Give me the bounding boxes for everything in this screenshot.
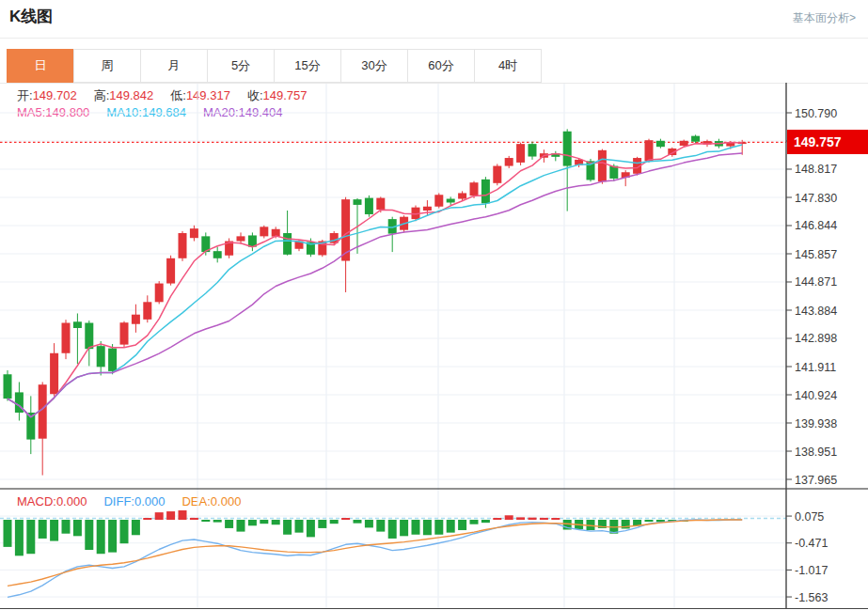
macd-hist-bar — [260, 520, 268, 524]
tab-4时[interactable]: 4时 — [474, 49, 542, 83]
macd-hist-bar — [201, 520, 210, 522]
macd-hist-bar — [481, 520, 490, 523]
price-axis-label: 140.924 — [795, 389, 837, 402]
kline-svg[interactable]: 150.790148.817147.830146.844145.857144.8… — [0, 83, 868, 610]
macd-hist-bar — [551, 518, 560, 520]
macd-hist-bar — [73, 520, 82, 536]
price-axis-label: 146.844 — [795, 219, 837, 232]
fundamental-analysis-link[interactable]: 基本面分析> — [793, 10, 856, 26]
macd-hist-bar — [108, 520, 117, 553]
price-axis-label: 144.871 — [795, 275, 837, 289]
macd-hist-bar — [470, 520, 479, 524]
macd-hist-bar — [388, 520, 397, 539]
candle-up — [260, 227, 268, 236]
candle-down — [108, 349, 117, 371]
macd-hist-bar — [15, 520, 24, 555]
macd-hist-bar — [505, 515, 513, 520]
macd-hist-bar — [412, 520, 420, 535]
ma5-line — [8, 143, 742, 417]
macd-hist-bar — [341, 518, 350, 520]
tab-日[interactable]: 日 — [7, 49, 74, 83]
macd-axis-label: -0.471 — [795, 537, 828, 550]
tab-15分[interactable]: 15分 — [274, 49, 341, 83]
candle-up — [470, 182, 479, 196]
tab-月[interactable]: 月 — [140, 49, 208, 83]
macd-axis-label: -1.563 — [795, 591, 828, 604]
candle-down — [447, 199, 455, 203]
macd-hist-bar — [225, 520, 233, 528]
price-axis-label: 137.965 — [795, 474, 837, 487]
macd-hist-bar — [155, 512, 164, 520]
macd-axis-label: -1.017 — [795, 564, 828, 577]
page-title: K线图 — [9, 6, 53, 27]
macd-hist-bar — [39, 520, 47, 539]
price-axis-label: 138.951 — [795, 446, 837, 459]
macd-hist-bar — [516, 517, 525, 520]
candle-up — [190, 228, 198, 238]
macd-axis-label: 0.075 — [795, 510, 824, 524]
tab-60分[interactable]: 60分 — [407, 49, 475, 83]
price-axis-label: 142.898 — [795, 332, 837, 345]
macd-hist-bar — [295, 520, 304, 533]
candle-up — [680, 141, 688, 146]
candle-up — [645, 140, 654, 161]
macd-hist-bar — [376, 520, 385, 532]
ma10-line — [8, 145, 742, 417]
macd-hist-bar — [50, 520, 58, 541]
candle-up — [493, 166, 501, 183]
candle-down — [213, 251, 222, 258]
current-price-marker: 149.757 — [787, 130, 868, 154]
macd-hist-bar — [493, 518, 501, 520]
candle-up — [376, 198, 385, 210]
candle-up — [505, 158, 513, 166]
candle-down — [15, 392, 24, 413]
kline-chart[interactable]: 150.790148.817147.830146.844145.857144.8… — [0, 83, 868, 610]
price-axis-label: 150.790 — [795, 107, 837, 120]
macd-hist-bar — [213, 520, 222, 523]
candle-down — [85, 323, 93, 350]
macd-hist-bar — [529, 518, 537, 520]
macd-hist-bar — [307, 520, 315, 537]
macd-hist-bar — [26, 520, 35, 554]
macd-hist-bar — [365, 520, 373, 527]
candle-down — [691, 136, 700, 142]
macd-hist-bar — [248, 520, 257, 525]
candle-up — [423, 207, 432, 211]
macd-hist-bar — [272, 520, 280, 524]
macd-hist-bar — [423, 520, 432, 535]
candle-down — [656, 141, 665, 147]
macd-hist-bar — [166, 511, 175, 520]
candle-down — [365, 198, 373, 214]
macd-hist-bar — [434, 520, 443, 535]
candle-up — [155, 284, 164, 303]
macd-hist-bar — [237, 520, 245, 532]
header-divider — [0, 38, 868, 39]
macd-hist-bar — [330, 520, 339, 524]
macd-hist-bar — [97, 520, 105, 554]
macd-hist-bar — [540, 518, 548, 520]
macd-hist-bar — [318, 520, 326, 528]
ma20-line — [8, 153, 742, 417]
candle-up — [166, 258, 175, 284]
candle-down — [73, 321, 82, 328]
price-axis-label: 145.857 — [795, 248, 837, 261]
price-axis-label: 148.817 — [795, 163, 837, 176]
candle-down — [481, 180, 490, 204]
candle-down — [529, 144, 537, 156]
tab-5分[interactable]: 5分 — [207, 49, 275, 83]
macd-hist-bar — [62, 520, 71, 534]
price-axis-label: 139.938 — [795, 417, 837, 430]
macd-hist-bar — [190, 518, 198, 520]
macd-hist-bar — [283, 520, 292, 535]
candle-up — [516, 144, 525, 163]
tab-30分[interactable]: 30分 — [340, 49, 408, 83]
candle-up — [458, 193, 466, 198]
tab-周[interactable]: 周 — [73, 49, 141, 83]
candle-down — [354, 199, 362, 205]
candle-up — [132, 315, 140, 324]
candle-down — [4, 374, 12, 399]
candle-down — [563, 132, 572, 166]
kline-page: K线图 基本面分析> 日周月5分15分30分60分4时 开:149.702高:1… — [0, 0, 868, 610]
macd-hist-bar — [645, 520, 654, 522]
candle-up — [143, 302, 151, 320]
